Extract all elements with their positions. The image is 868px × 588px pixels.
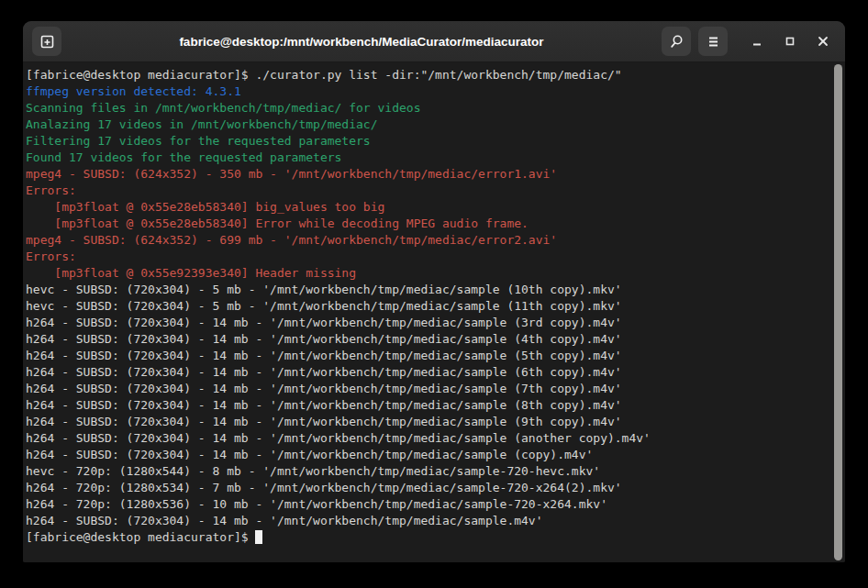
- menu-icon: [707, 36, 720, 48]
- terminal-line: h264 - SUBSD: (720x304) - 14 mb - '/mnt/…: [26, 430, 832, 447]
- new-tab-button[interactable]: [32, 27, 61, 56]
- terminal-line: Analazing 17 videos in /mnt/workbench/tm…: [26, 116, 832, 133]
- terminal-line: h264 - 720p: (1280x536) - 10 mb - '/mnt/…: [26, 496, 832, 513]
- terminal-line: Found 17 videos for the requested parame…: [26, 150, 832, 166]
- terminal-line: mpeg4 - SUBSD: (624x352) - 350 mb - '/mn…: [26, 166, 832, 183]
- terminal-line: [mp3float @ 0x55e28eb58340] big_values t…: [26, 199, 832, 216]
- terminal-cursor: [255, 530, 262, 544]
- terminal-line: h264 - SUBSD: (720x304) - 14 mb - '/mnt/…: [26, 381, 832, 397]
- terminal-line: [fabrice@desktop mediacurator]$ ./curato…: [26, 67, 832, 83]
- close-button[interactable]: [810, 28, 836, 54]
- terminal-window: fabrice@desktop:/mnt/workbench/MediaCura…: [23, 21, 845, 562]
- terminal-line: h264 - SUBSD: (720x304) - 14 mb - '/mnt/…: [26, 397, 832, 414]
- terminal-line: ffmpeg version detected: 4.3.1: [26, 83, 832, 100]
- terminal-line: h264 - SUBSD: (720x304) - 14 mb - '/mnt/…: [26, 348, 832, 364]
- terminal-line: h264 - SUBSD: (720x304) - 14 mb - '/mnt/…: [26, 331, 832, 348]
- close-icon: [817, 35, 829, 48]
- minimize-icon: [751, 35, 763, 48]
- new-tab-icon: [39, 34, 55, 50]
- terminal-line: h264 - SUBSD: (720x304) - 14 mb - '/mnt/…: [26, 364, 832, 381]
- terminal-line: h264 - SUBSD: (720x304) - 14 mb - '/mnt/…: [26, 513, 832, 529]
- terminal-line: h264 - SUBSD: (720x304) - 14 mb - '/mnt/…: [26, 447, 832, 463]
- maximize-icon: [784, 35, 796, 48]
- terminal-line: h264 - SUBSD: (720x304) - 14 mb - '/mnt/…: [26, 414, 832, 430]
- search-button[interactable]: [662, 27, 691, 56]
- terminal-line: [mp3float @ 0x55e92393e340] Header missi…: [26, 265, 832, 282]
- terminal-line: mpeg4 - SUBSD: (624x352) - 699 mb - '/mn…: [26, 232, 832, 249]
- terminal-line: hevc - SUBSD: (720x304) - 5 mb - '/mnt/w…: [26, 282, 832, 298]
- terminal-line: h264 - SUBSD: (720x304) - 14 mb - '/mnt/…: [26, 315, 832, 331]
- terminal-line: Errors:: [26, 183, 832, 199]
- terminal-line: [fabrice@desktop mediacurator]$: [26, 529, 832, 546]
- terminal-line: Errors:: [26, 249, 832, 265]
- minimize-button[interactable]: [744, 28, 770, 54]
- maximize-button[interactable]: [777, 28, 803, 54]
- terminal-output: [fabrice@desktop mediacurator]$ ./curato…: [26, 67, 832, 546]
- window-controls: [744, 28, 836, 54]
- terminal-line: hevc - SUBSD: (720x304) - 5 mb - '/mnt/w…: [26, 298, 832, 315]
- terminal-content[interactable]: [fabrice@desktop mediacurator]$ ./curato…: [23, 62, 845, 562]
- search-icon: [669, 34, 684, 50]
- terminal-line: Filtering 17 videos for the requested pa…: [26, 133, 832, 150]
- terminal-line: hevc - 720p: (1280x544) - 8 mb - '/mnt/w…: [26, 463, 832, 480]
- scrollbar-thumb[interactable]: [834, 64, 842, 560]
- terminal-line: h264 - 720p: (1280x534) - 7 mb - '/mnt/w…: [26, 480, 832, 496]
- window-title: fabrice@desktop:/mnt/workbench/MediaCura…: [69, 35, 654, 49]
- menu-button[interactable]: [698, 27, 728, 56]
- titlebar[interactable]: fabrice@desktop:/mnt/workbench/MediaCura…: [23, 21, 845, 62]
- terminal-line: [mp3float @ 0x55e28eb58340] Error while …: [26, 216, 832, 232]
- terminal-line: Scanning files in /mnt/workbench/tmp/med…: [26, 100, 832, 116]
- scrollbar-track[interactable]: [833, 64, 844, 560]
